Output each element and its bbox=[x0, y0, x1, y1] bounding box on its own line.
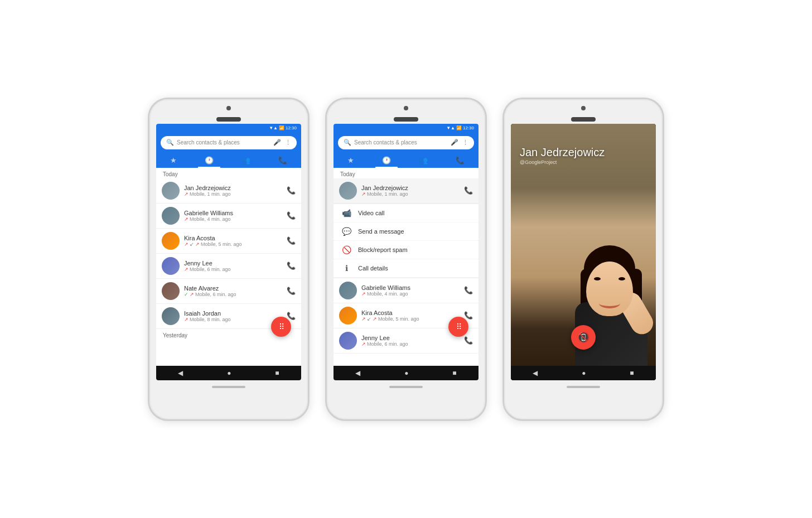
search-bar-2[interactable]: 🔍 Search contacts & places 🎤 ⋮ bbox=[338, 136, 474, 149]
tab-favorites-2[interactable]: ★ bbox=[341, 156, 361, 168]
tab-contacts-2[interactable]: 👥 bbox=[412, 156, 434, 168]
contact-row-gab-1[interactable]: Gabrielle Williams ↗ Mobile, 4 min. ago … bbox=[156, 204, 301, 229]
contact-name-kira-1: Kira Acosta bbox=[184, 235, 282, 241]
fab-1[interactable]: ⠿ bbox=[271, 317, 291, 337]
contact-name-kira-2: Kira Acosta bbox=[361, 309, 460, 316]
contact-sub-gab-2: ↗ Mobile, 4 min. ago bbox=[361, 291, 460, 297]
avatar-kira-1 bbox=[162, 232, 180, 250]
eye-left-3 bbox=[594, 277, 601, 280]
search-container-2: 🔍 Search contacts & places 🎤 ⋮ bbox=[334, 133, 478, 153]
phone-2-screen: ▼▲ 📶 12:30 🔍 Search contacts & places 🎤 … bbox=[334, 124, 478, 380]
contact-name-isaiah-1: Isaiah Jordan bbox=[184, 310, 282, 317]
end-call-fab-3[interactable]: 📵 bbox=[571, 325, 596, 350]
search-container-1: 🔍 Search contacts & places 🎤 ⋮ bbox=[156, 133, 301, 153]
search-icon-1: 🔍 bbox=[166, 139, 174, 146]
tab-recents-2[interactable]: 🕐 bbox=[375, 156, 398, 168]
contact-sub-jan-1: ↗ Mobile, 1 min. ago bbox=[184, 191, 282, 197]
nav-recents-3[interactable]: ■ bbox=[630, 369, 634, 377]
search-bar-1[interactable]: 🔍 Search contacts & places 🎤 ⋮ bbox=[161, 136, 297, 149]
status-icons-2: ▼▲ 📶 12:30 bbox=[446, 125, 474, 130]
contact-sub-kira-2: ↗↙↗ Mobile, 5 min. ago bbox=[361, 316, 460, 322]
avatar-jan-2 bbox=[339, 182, 357, 200]
video-call-icon: 📹 bbox=[341, 209, 351, 217]
contact-row-jan-2[interactable]: Jan Jedrzejowicz ↗ Mobile, 1 min. ago 📞 bbox=[334, 178, 478, 204]
avatar-jan-1 bbox=[162, 182, 180, 200]
tab-favorites-1[interactable]: ★ bbox=[163, 156, 183, 168]
phone-2-bottom bbox=[327, 380, 485, 393]
contact-sub-jan-2: ↗ Mobile, 1 min. ago bbox=[361, 191, 460, 197]
mic-icon-1[interactable]: 🎤 bbox=[273, 139, 281, 146]
status-bar-1: ▼▲ 📶 12:30 bbox=[156, 124, 301, 133]
menu-video-call[interactable]: 📹 Video call bbox=[334, 204, 478, 222]
call-icon-jan-2[interactable]: 📞 bbox=[464, 186, 473, 195]
contact-row-gab-2[interactable]: Gabrielle Williams ↗ Mobile, 4 min. ago … bbox=[334, 278, 478, 303]
tab-contacts-1[interactable]: 👥 bbox=[235, 156, 257, 168]
call-icon-nate-1[interactable]: 📞 bbox=[287, 287, 296, 295]
mic-icon-2[interactable]: 🎤 bbox=[451, 139, 458, 146]
info-icon: ℹ bbox=[341, 264, 351, 273]
recents-list-2: Today Jan Jedrzejowicz ↗ Mobile, 1 min. … bbox=[334, 168, 478, 366]
nav-back-1[interactable]: ◀ bbox=[178, 369, 183, 377]
contact-row-nate-1[interactable]: Nate Alvarez ✓↗ Mobile, 6 min. ago 📞 bbox=[156, 279, 301, 304]
tab-voicemail-1[interactable]: 📞 bbox=[272, 156, 294, 168]
contact-name-jenny-2: Jenny Lee bbox=[361, 335, 460, 341]
call-icon-jan-1[interactable]: 📞 bbox=[287, 186, 296, 195]
camera-1 bbox=[226, 106, 231, 110]
caller-sub-3: @GoogleProject bbox=[520, 159, 647, 165]
call-icon-jenny-2[interactable]: 📞 bbox=[464, 336, 473, 345]
fab-2[interactable]: ⠿ bbox=[448, 317, 468, 337]
video-screen-3: calling ▼▲📶 12:30 Your video is visible … bbox=[511, 124, 656, 380]
tab-voicemail-2[interactable]: 📞 bbox=[449, 156, 471, 168]
menu-video-call-label: Video call bbox=[358, 210, 385, 216]
menu-block-spam[interactable]: 🚫 Block/report spam bbox=[334, 241, 478, 259]
home-bar-1 bbox=[212, 386, 245, 388]
contact-row-jenny-1[interactable]: Jenny Lee ↗ Mobile, 6 min. ago 📞 bbox=[156, 254, 301, 279]
end-call-icon-3: 📵 bbox=[577, 331, 589, 343]
nav-recents-1[interactable]: ■ bbox=[275, 369, 279, 377]
nav-back-2[interactable]: ◀ bbox=[355, 369, 360, 377]
contact-name-nate-1: Nate Alvarez bbox=[184, 285, 282, 292]
caller-info-3: Jan Jedrzejowicz @GoogleProject bbox=[511, 141, 656, 167]
home-bar-3 bbox=[567, 386, 600, 388]
contact-sub-jenny-2: ↗ Mobile, 6 min. ago bbox=[361, 341, 460, 347]
menu-send-message[interactable]: 💬 Send a message bbox=[334, 222, 478, 241]
contact-row-kira-1[interactable]: Kira Acosta ↗↙↗ Mobile, 5 min. ago 📞 bbox=[156, 229, 301, 254]
call-icon-kira-1[interactable]: 📞 bbox=[287, 236, 296, 245]
message-icon: 💬 bbox=[341, 227, 351, 236]
call-icon-gab-1[interactable]: 📞 bbox=[287, 211, 296, 220]
more-icon-1[interactable]: ⋮ bbox=[285, 139, 291, 146]
contact-row-jan-1[interactable]: Jan Jedrzejowicz ↗ Mobile, 1 min. ago 📞 bbox=[156, 178, 301, 204]
phone-1: ▼▲ 📶 12:30 🔍 Search contacts & places 🎤 … bbox=[148, 98, 310, 421]
nav-home-1[interactable]: ● bbox=[227, 369, 231, 377]
section-today-2: Today bbox=[334, 168, 478, 178]
tab-recents-1[interactable]: 🕐 bbox=[198, 156, 220, 168]
search-icon-2: 🔍 bbox=[344, 139, 351, 146]
phone-3-bottom bbox=[504, 380, 663, 393]
nav-home-2[interactable]: ● bbox=[404, 369, 408, 377]
phone-3-screen: calling ▼▲📶 12:30 Your video is visible … bbox=[511, 124, 656, 380]
avatar-nate-1 bbox=[162, 282, 180, 300]
call-icon-gab-2[interactable]: 📞 bbox=[464, 286, 473, 294]
menu-call-details[interactable]: ℹ Call details bbox=[334, 259, 478, 278]
menu-call-details-label: Call details bbox=[358, 265, 388, 272]
nav-back-3[interactable]: ◀ bbox=[533, 369, 538, 377]
wifi-icon-2: 📶 bbox=[456, 125, 462, 130]
phone-1-screen: ▼▲ 📶 12:30 🔍 Search contacts & places 🎤 … bbox=[156, 124, 301, 380]
contact-name-jan-1: Jan Jedrzejowicz bbox=[184, 185, 282, 191]
more-icon-2[interactable]: ⋮ bbox=[462, 139, 468, 146]
contact-info-jan-2: Jan Jedrzejowicz ↗ Mobile, 1 min. ago bbox=[361, 185, 460, 197]
context-menu-2: 📹 Video call 💬 Send a message 🚫 Block/re… bbox=[334, 204, 478, 278]
avatar-jenny-2 bbox=[339, 332, 357, 350]
call-icon-isaiah-1[interactable]: 📞 bbox=[287, 312, 296, 320]
nav-home-3[interactable]: ● bbox=[582, 369, 586, 377]
contact-info-gab-2: Gabrielle Williams ↗ Mobile, 4 min. ago bbox=[361, 284, 460, 297]
nav-recents-2[interactable]: ■ bbox=[452, 369, 456, 377]
call-icon-kira-2[interactable]: 📞 bbox=[464, 311, 473, 319]
contact-info-jenny-2: Jenny Lee ↗ Mobile, 6 min. ago bbox=[361, 335, 460, 347]
contact-info-kira-1: Kira Acosta ↗↙↗ Mobile, 5 min. ago bbox=[184, 235, 282, 247]
contact-name-gab-1: Gabrielle Williams bbox=[184, 210, 282, 216]
contact-sub-kira-1: ↗↙↗ Mobile, 5 min. ago bbox=[184, 241, 282, 247]
avatar-gab-2 bbox=[339, 282, 357, 299]
call-icon-jenny-1[interactable]: 📞 bbox=[287, 262, 296, 270]
android-nav-2: ◀ ● ■ bbox=[334, 366, 478, 380]
